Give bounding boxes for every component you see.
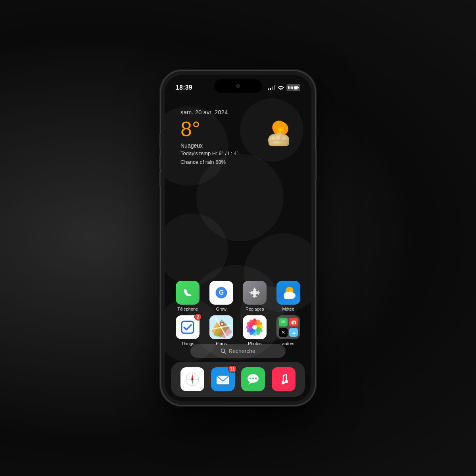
signal-icon bbox=[268, 85, 275, 90]
app-autres[interactable]: ✉ 📅 ✕ ☁ autres bbox=[273, 315, 303, 346]
photos-icon[interactable] bbox=[243, 315, 267, 339]
status-time: 18:39 bbox=[176, 84, 192, 91]
things-icon[interactable]: 2 bbox=[176, 315, 200, 339]
weather-high-low: Today's temp H: 9° / L: 4° bbox=[180, 150, 239, 157]
search-placeholder: Recherche bbox=[228, 348, 255, 354]
app-telephone[interactable]: Téléphone bbox=[173, 281, 203, 311]
svg-text:✕: ✕ bbox=[281, 330, 285, 335]
reglages-label: Réglages bbox=[246, 307, 264, 311]
autres-label: autres bbox=[282, 341, 294, 346]
svg-point-71 bbox=[255, 378, 257, 379]
phone-device: 18:39 66 bbox=[161, 71, 315, 405]
svg-rect-2 bbox=[294, 86, 298, 89]
weather-left: 8° Nuageux Today's temp H: 9° / L: 4° Ch… bbox=[180, 119, 239, 166]
plans-icon[interactable] bbox=[209, 315, 233, 339]
dock-messages[interactable] bbox=[241, 367, 265, 391]
things-badge: 2 bbox=[194, 313, 202, 321]
dock-music[interactable] bbox=[272, 367, 296, 391]
search-icon bbox=[221, 348, 226, 354]
app-grow[interactable]: G Grow bbox=[206, 281, 236, 311]
svg-text:📅: 📅 bbox=[290, 319, 296, 325]
weather-widget[interactable]: sam. 20 avr. 2024 8° Nuageux Today's tem… bbox=[174, 102, 302, 172]
search-bar[interactable]: Recherche bbox=[190, 344, 286, 358]
app-row-2: 2 Things bbox=[171, 315, 305, 346]
meteo-label: Météo bbox=[282, 307, 294, 311]
app-photos[interactable]: Photos bbox=[240, 315, 270, 346]
svg-point-70 bbox=[252, 378, 254, 379]
svg-point-15 bbox=[253, 291, 257, 295]
weather-condition: Nuageux bbox=[180, 142, 239, 149]
svg-text:G: G bbox=[219, 289, 224, 296]
wifi-icon bbox=[278, 85, 284, 90]
telephone-label: Téléphone bbox=[177, 307, 198, 311]
battery-level: 66 bbox=[288, 85, 293, 90]
weather-rain: Chance of rain 68% bbox=[180, 158, 239, 166]
app-grid: Téléphone G Grow bbox=[165, 281, 311, 350]
app-things[interactable]: 2 Things bbox=[173, 315, 203, 346]
svg-rect-1 bbox=[298, 87, 299, 88]
app-plans[interactable]: Plans bbox=[206, 315, 236, 346]
mail-badge: 11 bbox=[228, 365, 237, 372]
meteo-icon[interactable] bbox=[276, 281, 300, 305]
app-reglages[interactable]: Réglages bbox=[240, 281, 270, 311]
autres-icon[interactable]: ✉ 📅 ✕ ☁ bbox=[276, 315, 300, 339]
dynamic-island bbox=[214, 79, 262, 93]
svg-text:☁: ☁ bbox=[291, 330, 296, 335]
svg-point-69 bbox=[250, 378, 251, 379]
weather-date: sam. 20 avr. 2024 bbox=[180, 109, 296, 115]
svg-point-45 bbox=[252, 325, 257, 330]
svg-rect-20 bbox=[284, 295, 294, 299]
settings-icon[interactable] bbox=[243, 281, 267, 305]
grow-label: Grow bbox=[216, 307, 226, 311]
telephone-icon[interactable] bbox=[176, 281, 200, 305]
app-row-1: Téléphone G Grow bbox=[171, 281, 305, 311]
dock: 11 bbox=[171, 362, 305, 397]
svg-point-31 bbox=[221, 323, 223, 325]
svg-rect-10 bbox=[268, 140, 289, 146]
grow-icon[interactable]: G bbox=[209, 281, 233, 305]
svg-line-56 bbox=[225, 352, 226, 354]
things-label: Things bbox=[181, 341, 194, 346]
phone-screen: 18:39 66 bbox=[165, 75, 311, 401]
weather-icon bbox=[260, 119, 296, 150]
svg-point-73 bbox=[282, 381, 285, 384]
app-meteo[interactable]: Météo bbox=[273, 281, 303, 311]
battery-icon: 66 bbox=[286, 84, 300, 91]
svg-point-63 bbox=[192, 378, 193, 380]
svg-point-74 bbox=[285, 380, 288, 383]
camera-dot bbox=[236, 84, 240, 88]
dock-mail[interactable]: 11 bbox=[211, 367, 235, 391]
svg-text:✉: ✉ bbox=[281, 319, 285, 325]
dock-safari[interactable] bbox=[180, 367, 204, 391]
weather-temperature: 8° bbox=[180, 119, 239, 139]
svg-point-11 bbox=[272, 135, 280, 140]
status-right: 66 bbox=[268, 84, 300, 91]
